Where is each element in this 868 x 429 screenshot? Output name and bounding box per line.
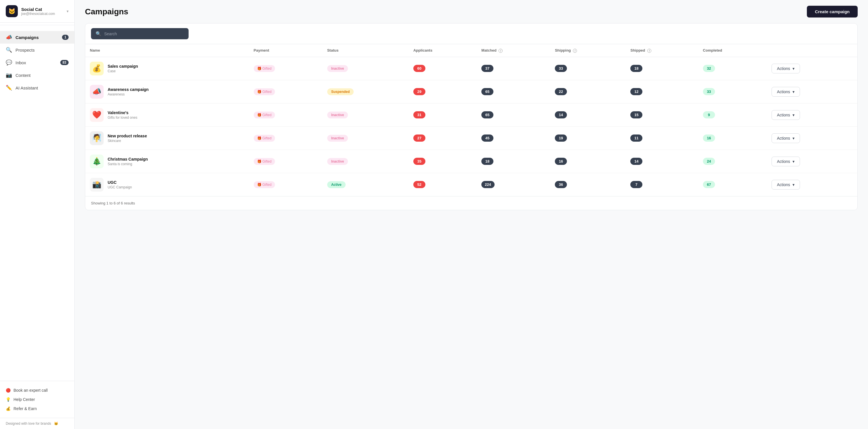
actions-button-6[interactable]: Actions ▾ bbox=[772, 180, 800, 190]
campaign-status-5: Inactive bbox=[322, 150, 409, 173]
shipped-badge-1: 18 bbox=[630, 65, 642, 72]
top-bar: Campaigns Create campaign bbox=[74, 0, 868, 23]
campaign-applicants-6: 52 bbox=[409, 173, 477, 196]
campaign-payment-2: 🎁 Gifted bbox=[249, 80, 322, 103]
table-row: 📣 Awareness campaign Awareness 🎁 Gifted … bbox=[85, 80, 857, 103]
completed-badge-4: 16 bbox=[703, 134, 715, 142]
col-shipped: Shipped i bbox=[626, 44, 699, 57]
sidebar-footer: Designed with love for brands 🐱 bbox=[0, 418, 74, 429]
sidebar-item-label: Campaigns bbox=[16, 35, 39, 40]
campaign-subtitle-6: UGC Campaign bbox=[107, 185, 132, 189]
table-row: 🧖 New product release Skincare 🎁 Gifted … bbox=[85, 127, 857, 150]
campaign-matched-6: 224 bbox=[477, 173, 550, 196]
campaign-title-6: UGC bbox=[107, 180, 132, 185]
col-completed: Completed bbox=[699, 44, 767, 57]
campaign-payment-1: 🎁 Gifted bbox=[249, 57, 322, 80]
completed-badge-5: 24 bbox=[703, 158, 715, 165]
campaign-status-1: Inactive bbox=[322, 57, 409, 80]
actions-chevron-icon-5: ▾ bbox=[793, 159, 795, 164]
refer-icon: 💰 bbox=[6, 406, 11, 411]
status-badge-3: Inactive bbox=[327, 111, 348, 119]
campaign-status-4: Inactive bbox=[322, 127, 409, 150]
refer-label: Refer & Earn bbox=[13, 406, 37, 411]
campaigns-badge: 1 bbox=[62, 35, 69, 40]
shipping-badge-5: 16 bbox=[555, 158, 567, 165]
campaign-payment-6: 🎁 Gifted bbox=[249, 173, 322, 196]
campaign-name-cell-4: 🧖 New product release Skincare bbox=[85, 127, 249, 150]
shipping-badge-2: 22 bbox=[555, 88, 567, 95]
campaign-matched-1: 37 bbox=[477, 57, 550, 80]
sidebar-item-content[interactable]: 📷 Content bbox=[0, 69, 74, 81]
matched-badge-5: 18 bbox=[482, 158, 493, 165]
campaign-title-3: Valentine's bbox=[107, 110, 137, 115]
campaign-title-1: Sales campaign bbox=[107, 64, 138, 69]
col-name: Name bbox=[85, 44, 249, 57]
sidebar-item-ai-assistant[interactable]: ✏️ AI Assistant bbox=[0, 81, 74, 94]
campaign-subtitle-5: Santa is coming bbox=[107, 162, 148, 166]
search-input[interactable] bbox=[104, 32, 184, 36]
campaign-completed-5: 24 bbox=[699, 150, 767, 173]
campaigns-icon: 📣 bbox=[6, 34, 12, 40]
shipping-badge-1: 33 bbox=[555, 65, 567, 72]
sidebar-item-campaigns[interactable]: 📣 Campaigns 1 bbox=[0, 31, 74, 43]
campaign-subtitle-2: Awareness bbox=[107, 92, 149, 96]
campaign-matched-4: 45 bbox=[477, 127, 550, 150]
help-label: Help Center bbox=[13, 397, 35, 402]
sidebar-item-prospects[interactable]: 🔍 Prospects bbox=[0, 43, 74, 56]
ai-assistant-icon: ✏️ bbox=[6, 85, 12, 91]
campaign-applicants-2: 29 bbox=[409, 80, 477, 103]
help-center[interactable]: 💡 Help Center bbox=[6, 395, 69, 404]
actions-button-2[interactable]: Actions ▾ bbox=[772, 87, 800, 97]
refer-earn[interactable]: 💰 Refer & Earn bbox=[6, 404, 69, 413]
main-content: Campaigns Create campaign 🔍 Name bbox=[74, 0, 868, 429]
status-badge-1: Inactive bbox=[327, 65, 348, 72]
book-expert-call[interactable]: 🔴 Book an expert call bbox=[6, 386, 69, 395]
table-row: ❤️ Valentine's Gifts for loved ones 🎁 Gi… bbox=[85, 103, 857, 127]
campaign-applicants-3: 31 bbox=[409, 103, 477, 127]
campaign-status-2: Suspended bbox=[322, 80, 409, 103]
campaign-actions-5: Actions ▾ bbox=[767, 150, 857, 173]
sidebar-header[interactable]: 🐱 Social Cat joe@thesocialcat.com ▾ bbox=[0, 0, 74, 23]
help-icon: 💡 bbox=[6, 397, 11, 402]
shipping-badge-4: 19 bbox=[555, 134, 567, 142]
campaign-shipped-3: 15 bbox=[626, 103, 699, 127]
status-badge-5: Inactive bbox=[327, 158, 348, 165]
footer-cat-icon: 🐱 bbox=[54, 422, 58, 426]
campaigns-table-container: 🔍 Name Payment Status bbox=[85, 23, 858, 210]
table-row: 📸 UGC UGC Campaign 🎁 Gifted Active 52 22… bbox=[85, 173, 857, 196]
gifted-badge-3: 🎁 Gifted bbox=[254, 111, 275, 119]
gifted-badge-6: 🎁 Gifted bbox=[254, 181, 275, 188]
campaign-name-cell-2: 📣 Awareness campaign Awareness bbox=[85, 80, 249, 103]
sidebar-item-inbox[interactable]: 💬 Inbox 83 bbox=[0, 56, 74, 69]
campaign-emoji-3: ❤️ bbox=[90, 108, 104, 122]
actions-button-1[interactable]: Actions ▾ bbox=[772, 64, 800, 73]
search-bar-wrapper: 🔍 bbox=[85, 24, 857, 44]
campaign-completed-3: 9 bbox=[699, 103, 767, 127]
sidebar-item-label: AI Assistant bbox=[16, 86, 38, 90]
applicants-badge-6: 52 bbox=[413, 181, 425, 188]
campaign-payment-4: 🎁 Gifted bbox=[249, 127, 322, 150]
shipped-badge-6: 7 bbox=[630, 181, 642, 188]
campaign-completed-2: 33 bbox=[699, 80, 767, 103]
applicants-badge-4: 27 bbox=[413, 134, 425, 142]
matched-info-icon: i bbox=[499, 49, 503, 53]
campaign-subtitle-3: Gifts for loved ones bbox=[107, 116, 137, 120]
completed-badge-1: 32 bbox=[703, 65, 715, 72]
table-body: 💰 Sales campaign Case 🎁 Gifted Inactive … bbox=[85, 57, 857, 196]
create-campaign-button[interactable]: Create campaign bbox=[807, 6, 858, 18]
inbox-icon: 💬 bbox=[6, 59, 12, 66]
campaign-title-2: Awareness campaign bbox=[107, 87, 149, 92]
campaigns-table: Name Payment Status Applicants Matched bbox=[85, 44, 857, 196]
gifted-badge-4: 🎁 Gifted bbox=[254, 135, 275, 142]
actions-button-3[interactable]: Actions ▾ bbox=[772, 110, 800, 120]
actions-button-5[interactable]: Actions ▾ bbox=[772, 157, 800, 166]
campaign-status-6: Active bbox=[322, 173, 409, 196]
user-email: joe@thesocialcat.com bbox=[21, 12, 63, 16]
actions-button-4[interactable]: Actions ▾ bbox=[772, 133, 800, 143]
col-applicants: Applicants bbox=[409, 44, 477, 57]
campaign-emoji-5: 🎄 bbox=[90, 155, 104, 168]
campaign-completed-6: 67 bbox=[699, 173, 767, 196]
shipped-badge-4: 11 bbox=[630, 134, 642, 142]
col-status: Status bbox=[322, 44, 409, 57]
campaign-shipping-3: 14 bbox=[550, 103, 626, 127]
